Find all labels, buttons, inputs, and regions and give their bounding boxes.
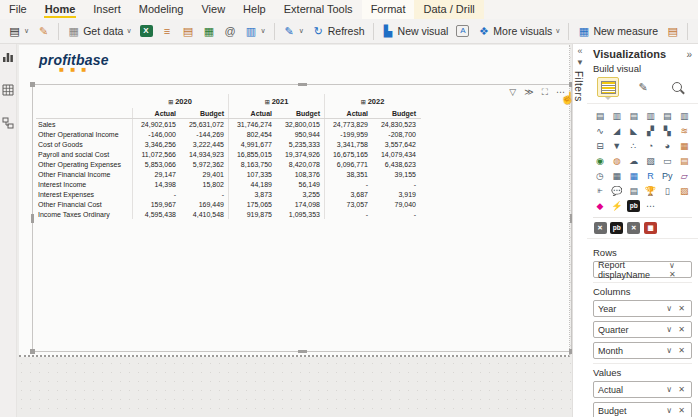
pie-chart-icon[interactable]: ◔ <box>643 139 657 152</box>
paginated-report-icon[interactable]: ▯ <box>660 184 674 197</box>
menu-tab-data-drill[interactable]: Data / Drill <box>414 0 483 19</box>
metrics-icon[interactable]: 🏆 <box>643 184 657 197</box>
resize-handle-sw[interactable] <box>30 349 35 354</box>
field-controls[interactable]: ∨ ✕ <box>666 325 687 334</box>
ribbon-chart-icon[interactable]: ≋ <box>677 124 691 137</box>
values-field-budget[interactable]: Budget∨ ✕ <box>593 402 692 417</box>
menu-tab-insert[interactable]: Insert <box>84 0 130 19</box>
expand-year-icon[interactable]: ⊞ <box>265 99 270 105</box>
custom-visual-2-icon[interactable]: pb <box>610 221 624 234</box>
matrix-icon[interactable]: ▦ <box>627 169 641 182</box>
focus-mode-icon[interactable]: ⛶ <box>542 86 548 98</box>
excel-workbook-button[interactable]: X <box>136 23 157 39</box>
expand-year-icon[interactable]: ⊞ <box>361 99 366 105</box>
filters-pane-collapsed[interactable]: « ▼ Filters <box>572 44 588 417</box>
power-apps-icon[interactable]: ▱ <box>677 169 691 182</box>
resize-handle-n[interactable] <box>298 83 307 86</box>
build-visual-tab[interactable] <box>597 77 619 97</box>
get-more-visuals-icon[interactable]: ⋯ <box>643 199 657 212</box>
format-visual-tab[interactable]: ✎ <box>633 78 653 96</box>
column-header-2022-budget[interactable]: Budget <box>372 108 420 118</box>
line-stacked-column-chart-icon[interactable]: ▞ <box>643 124 657 137</box>
waterfall-chart-icon[interactable]: ⊟ <box>593 139 607 152</box>
columns-field-quarter[interactable]: Quarter∨ ✕ <box>593 321 692 338</box>
donut-chart-icon[interactable]: ◕ <box>660 139 674 152</box>
field-controls[interactable]: ∨ ✕ <box>666 406 687 415</box>
text-box-button[interactable]: A <box>452 23 473 39</box>
multi-row-card-icon[interactable]: ▤ <box>677 154 691 167</box>
kpi-icon[interactable]: ◷ <box>593 169 607 182</box>
100-stacked-bar-chart-icon[interactable]: ▤ <box>660 109 674 122</box>
copy-visual-icon[interactable]: ≫ <box>524 86 533 98</box>
model-view-icon[interactable] <box>2 117 14 129</box>
menu-tab-file[interactable]: File <box>0 0 36 19</box>
funnel-chart-icon[interactable]: ▼ <box>610 139 624 152</box>
recent-sources-button[interactable]: @ <box>220 23 241 39</box>
power-automate-icon[interactable]: ⚡ <box>610 199 624 212</box>
matrix-visual-container[interactable]: ▽≫⛶⋯ ☝ ⊞2020⊞2021⊞2022ActualBudgetActual… <box>32 84 572 352</box>
arcgis-map-icon[interactable]: ▨ <box>677 184 691 197</box>
more-visuals-button[interactable]: ❖More visuals∨ <box>473 23 564 39</box>
columns-field-month[interactable]: Month∨ ✕ <box>593 342 692 359</box>
data-view-icon[interactable] <box>2 84 14 96</box>
year-header-2020[interactable]: ⊞2020 <box>132 94 228 108</box>
custom-visual-1-icon[interactable]: ✕ <box>593 221 607 234</box>
treemap-icon[interactable]: ▦ <box>677 139 691 152</box>
table-icon[interactable]: ▦ <box>610 169 624 182</box>
menu-tab-home[interactable]: Home <box>36 0 85 19</box>
resize-handle-s[interactable] <box>298 350 307 353</box>
rows-field-report-displayname[interactable]: Report displayName∨ ✕ <box>593 261 692 278</box>
smart-narrative-icon[interactable]: ▤ <box>627 184 641 197</box>
column-header-2020-budget[interactable]: Budget <box>180 108 228 118</box>
year-header-2021[interactable]: ⊞2021 <box>228 94 324 108</box>
menu-tab-format[interactable]: Format <box>362 0 415 19</box>
get-data-button[interactable]: ▦Get data∨ <box>63 23 135 39</box>
custom-visual-4-icon[interactable]: ▦ <box>643 221 657 234</box>
stacked-bar-chart-icon[interactable]: ▤ <box>593 109 607 122</box>
python-icon[interactable]: Py <box>660 169 674 182</box>
sensitivity-button[interactable]: ▣Sensitivity∨ <box>692 23 698 39</box>
clustered-bar-chart-icon[interactable]: ▤ <box>627 109 641 122</box>
line-chart-icon[interactable]: ∿ <box>593 124 607 137</box>
expand-year-icon[interactable]: ⊞ <box>168 99 173 105</box>
premium-visual-icon[interactable]: ◆ <box>593 199 607 212</box>
matrix-visual[interactable]: ⊞2020⊞2021⊞2022ActualBudgetActualBudgetA… <box>36 94 421 219</box>
format-painter-button[interactable]: ✎ <box>33 23 54 39</box>
collapse-pane-icon[interactable]: » <box>686 49 692 60</box>
sql-server-button[interactable]: ≡ <box>157 23 178 39</box>
qa-icon[interactable]: 💬 <box>610 184 624 197</box>
paste-button[interactable]: ▤∨ <box>4 23 33 39</box>
card-icon[interactable]: ▭ <box>660 154 674 167</box>
analytics-tab[interactable] <box>667 78 687 96</box>
stacked-area-chart-icon[interactable]: ◣ <box>627 124 641 137</box>
map-icon[interactable]: ◉ <box>593 154 607 167</box>
dataverse-button[interactable]: ▦ <box>199 23 220 39</box>
column-header-2021-budget[interactable]: Budget <box>276 108 324 118</box>
enter-data-button[interactable]: ▤ <box>178 23 199 39</box>
column-header-2022-actual[interactable]: Actual <box>324 108 372 118</box>
line-clustered-column-chart-icon[interactable]: ▚ <box>660 124 674 137</box>
azure-map-icon[interactable]: ☁ <box>627 154 641 167</box>
field-controls[interactable]: ∨ ✕ <box>666 346 687 355</box>
new-measure-button[interactable]: ▦New measure <box>573 23 662 39</box>
100-stacked-column-chart-icon[interactable]: ▥ <box>677 109 691 122</box>
report-canvas[interactable]: profitbase ■ ■ ■ ▽≫⛶⋯ ☝ ⊞2020⊞2021⊞2022A… <box>17 44 572 417</box>
filter-funnel-icon[interactable]: ▽ <box>509 86 516 98</box>
refresh-button[interactable]: ↻Refresh <box>308 23 369 39</box>
stacked-column-chart-icon[interactable]: ▥ <box>610 109 624 122</box>
area-chart-icon[interactable]: ◢ <box>610 124 624 137</box>
field-controls[interactable]: ∨ ✕ <box>666 385 687 394</box>
decomposition-tree-icon[interactable]: ⫦ <box>593 184 607 197</box>
shape-map-icon[interactable]: ▧ <box>643 154 657 167</box>
year-header-2022[interactable]: ⊞2022 <box>324 94 420 108</box>
new-visual-button[interactable]: ▙New visual <box>378 23 453 39</box>
menu-tab-view[interactable]: View <box>192 0 234 19</box>
dataflows-button[interactable]: ▥∨ <box>241 23 270 39</box>
column-header-2021-actual[interactable]: Actual <box>228 108 276 118</box>
clustered-column-chart-icon[interactable]: ▥ <box>643 109 657 122</box>
field-controls[interactable]: ∨ ✕ <box>666 304 687 313</box>
field-controls[interactable]: ∨ ✕ <box>669 261 687 279</box>
profitbase-visual-icon[interactable]: pb <box>627 199 641 212</box>
resize-handle-nw[interactable] <box>30 82 35 87</box>
quick-measure-button[interactable]: ▤ <box>662 23 683 39</box>
